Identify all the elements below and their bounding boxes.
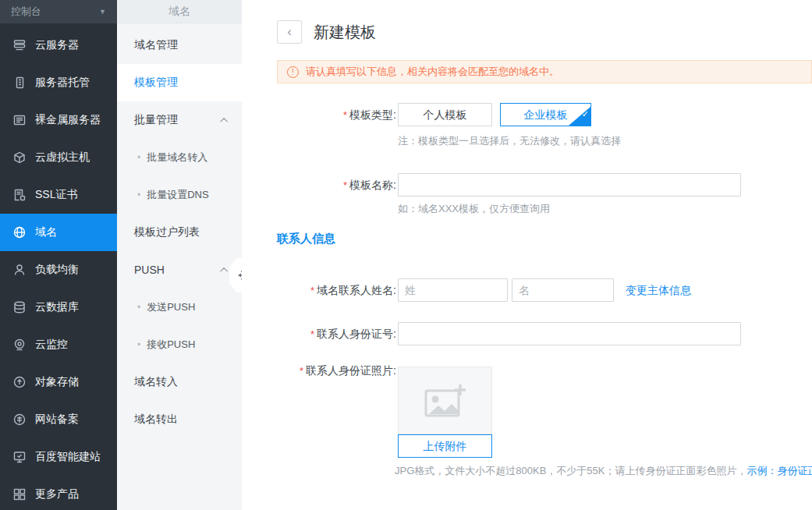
id-number-input[interactable] bbox=[398, 322, 741, 345]
subnav-label: 域名转出 bbox=[134, 413, 178, 427]
id-photo-placeholder[interactable] bbox=[398, 367, 492, 434]
last-name-input[interactable] bbox=[398, 278, 508, 302]
sidebar-item-more-products[interactable]: 更多产品 bbox=[0, 476, 117, 510]
subnav-label: PUSH bbox=[134, 264, 165, 276]
sidebar-item-cloud-database[interactable]: 云数据库 bbox=[0, 289, 117, 326]
grid-icon bbox=[12, 487, 27, 502]
id-number-label: *联系人身份证号: bbox=[234, 322, 396, 345]
caret-down-icon: ▼ bbox=[99, 8, 106, 16]
change-subject-info-link[interactable]: 变更主体信息 bbox=[626, 278, 691, 302]
sidebar-item-label: 百度智能建站 bbox=[35, 450, 101, 464]
id-photo-note: JPG格式，文件大小不超过800KB，不少于55K；请上传身份证正面彩色照片，示… bbox=[395, 464, 812, 478]
sidebar-item-label: 域名 bbox=[35, 225, 57, 239]
sidebar-item-domain[interactable]: 域名 bbox=[0, 214, 117, 251]
console-switcher-label: 控制台 bbox=[11, 5, 41, 19]
subnav-label: 发送PUSH bbox=[147, 300, 195, 314]
template-type-company-button[interactable]: 企业模板 ✓ bbox=[500, 103, 591, 126]
sidebar-item-cloud-monitor[interactable]: 云监控 bbox=[0, 326, 117, 363]
subnav-item-template-management[interactable]: 模板管理 bbox=[117, 64, 242, 101]
chevron-up-icon bbox=[220, 267, 228, 274]
subnav-item-batch-management[interactable]: 批量管理 bbox=[117, 101, 242, 139]
template-type-note: 注：模板类型一旦选择后，无法修改，请认真选择 bbox=[398, 134, 621, 148]
sidebar-item-object-storage[interactable]: 对象存储 bbox=[0, 363, 117, 401]
required-asterisk: * bbox=[310, 285, 314, 296]
template-type-company-label: 企业模板 bbox=[524, 108, 568, 121]
secondary-menu: 域名管理 模板管理 批量管理 •批量域名转入 •批量设置DNS 模板过户列表 P… bbox=[117, 27, 242, 438]
subnav-item-domain-management[interactable]: 域名管理 bbox=[117, 27, 242, 64]
required-asterisk: * bbox=[310, 328, 314, 340]
server-stack-icon bbox=[12, 38, 27, 53]
primary-menu: 云服务器 服务器托管 裸金属服务器 云虚拟主机 SSL证书 域名 bbox=[0, 27, 117, 510]
sidebar-item-server-hosting[interactable]: 服务器托管 bbox=[0, 64, 117, 101]
subnav-item-send-push[interactable]: •发送PUSH bbox=[117, 289, 242, 326]
bullet-icon: • bbox=[137, 302, 140, 313]
upload-circle-icon bbox=[12, 375, 27, 390]
sidebar-item-label: 网站备案 bbox=[35, 413, 79, 427]
subnav-label: 接收PUSH bbox=[147, 338, 195, 352]
globe-icon bbox=[12, 225, 27, 240]
upload-attachment-button[interactable]: 上传附件 bbox=[398, 434, 492, 458]
required-asterisk: * bbox=[300, 365, 303, 377]
sidebar-item-label: 负载均衡 bbox=[35, 263, 79, 277]
template-type-label: *模板类型: bbox=[234, 103, 396, 126]
cube-icon bbox=[12, 151, 27, 165]
subnav-label: 批量管理 bbox=[134, 113, 178, 127]
secondary-sidebar-title: 域名 bbox=[117, 0, 242, 23]
back-icon: ‹ bbox=[287, 24, 292, 39]
sidebar-item-label: 云数据库 bbox=[35, 300, 79, 314]
sidebar-item-virtual-host[interactable]: 云虚拟主机 bbox=[0, 139, 117, 176]
sidebar-item-load-balancer[interactable]: 负载均衡 bbox=[0, 251, 117, 289]
sidebar-item-icp-record[interactable]: 网站备案 bbox=[0, 401, 117, 438]
webcam-icon bbox=[12, 338, 27, 352]
subnav-item-receive-push[interactable]: •接收PUSH bbox=[117, 326, 242, 363]
image-placeholder-icon bbox=[423, 383, 468, 419]
subnav-label: 模板过户列表 bbox=[134, 225, 200, 239]
required-asterisk: * bbox=[343, 109, 347, 121]
subnav-label: 批量域名转入 bbox=[147, 151, 207, 165]
id-photo-example-link[interactable]: 示例：身份证正面.jpg bbox=[746, 465, 812, 476]
template-type-personal-button[interactable]: 个人模板 bbox=[398, 103, 492, 126]
subnav-item-domain-transfer-in[interactable]: 域名转入 bbox=[117, 363, 242, 401]
chevron-up-icon bbox=[220, 117, 228, 125]
sidebar-item-label: 云监控 bbox=[35, 338, 68, 352]
sidebar-item-label: 更多产品 bbox=[35, 487, 79, 501]
template-name-label: *模板名称: bbox=[234, 173, 396, 197]
sidebar-item-label: 裸金属服务器 bbox=[35, 113, 101, 127]
person-icon bbox=[12, 263, 27, 278]
subnav-item-batch-dns[interactable]: •批量设置DNS bbox=[117, 176, 242, 214]
first-name-input[interactable] bbox=[512, 278, 614, 302]
sidebar-item-label: SSL证书 bbox=[35, 188, 77, 202]
warning-banner: ! 请认真填写以下信息，相关内容将会匹配至您的域名中。 bbox=[277, 60, 812, 83]
sidebar-item-label: 云服务器 bbox=[35, 38, 79, 52]
subnav-item-push[interactable]: PUSH bbox=[117, 251, 242, 289]
template-name-input[interactable] bbox=[398, 173, 741, 197]
check-icon: ✓ bbox=[582, 103, 589, 125]
subnav-label: 批量设置DNS bbox=[147, 188, 208, 202]
main-content: ‹ 新建模板 ! 请认真填写以下信息，相关内容将会匹配至您的域名中。 *模板类型… bbox=[242, 0, 812, 510]
id-photo-label: *联系人身份证照片: bbox=[234, 363, 396, 378]
subnav-label: 模板管理 bbox=[134, 76, 178, 90]
back-button[interactable]: ‹ bbox=[277, 20, 302, 44]
secondary-sidebar: 域名 域名管理 模板管理 批量管理 •批量域名转入 •批量设置DNS 模板过户列… bbox=[117, 0, 242, 510]
subnav-item-template-transfer-list[interactable]: 模板过户列表 bbox=[117, 214, 242, 251]
warning-text: 请认真填写以下信息，相关内容将会匹配至您的域名中。 bbox=[306, 65, 559, 79]
contact-name-label: *域名联系人姓名: bbox=[234, 278, 396, 302]
required-asterisk: * bbox=[343, 179, 347, 191]
bullet-icon: • bbox=[137, 339, 140, 350]
sidebar-item-smart-website[interactable]: 百度智能建站 bbox=[0, 438, 117, 476]
subnav-item-batch-transfer-in[interactable]: •批量域名转入 bbox=[117, 139, 242, 176]
database-icon bbox=[12, 300, 27, 315]
sidebar-item-ssl-cert[interactable]: SSL证书 bbox=[0, 176, 117, 214]
server-list-icon bbox=[12, 113, 27, 128]
subnav-item-domain-transfer-out[interactable]: 域名转出 bbox=[117, 401, 242, 438]
bullet-icon: • bbox=[137, 189, 140, 200]
sidebar-item-cloud-server[interactable]: 云服务器 bbox=[0, 27, 117, 64]
selected-corner: ✓ bbox=[569, 107, 590, 126]
template-name-note: 如：域名XXX模板，仅方便查询用 bbox=[398, 202, 550, 216]
sidebar-item-label: 对象存储 bbox=[35, 375, 79, 389]
page-title: 新建模板 bbox=[314, 20, 376, 44]
console-page: 控制台 ▼ 云服务器 服务器托管 裸金属服务器 云虚拟主机 SSL证书 bbox=[0, 0, 812, 510]
sidebar-item-bare-metal[interactable]: 裸金属服务器 bbox=[0, 101, 117, 139]
console-switcher[interactable]: 控制台 ▼ bbox=[0, 0, 117, 23]
warning-icon: ! bbox=[287, 66, 299, 78]
